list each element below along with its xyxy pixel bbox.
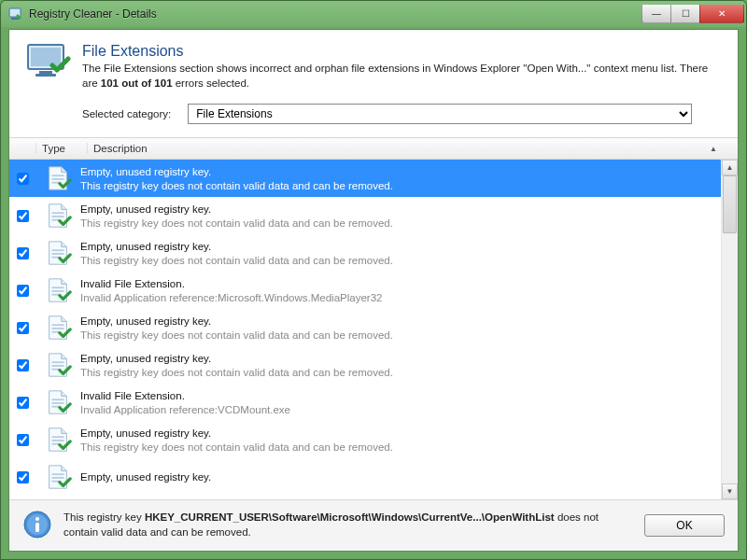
svg-rect-12 [51,249,63,251]
table-row[interactable]: Invalid File Extension. Invalid Applicat… [9,272,721,309]
row-checkbox[interactable] [17,285,29,297]
scroll-down-button[interactable]: ▼ [722,483,738,499]
row-checkbox[interactable] [17,359,29,371]
section-description: The File Extensions section shows incorr… [82,62,721,91]
svg-rect-22 [51,365,63,367]
file-check-icon [35,276,80,304]
file-check-icon [35,426,80,454]
list-header: Type Description ▲ [9,137,738,160]
svg-rect-27 [51,436,63,438]
close-button[interactable]: ✕ [699,5,744,23]
svg-rect-21 [51,361,63,363]
client-area: File Extensions The File Extensions sect… [8,29,739,552]
svg-rect-5 [35,74,56,77]
column-description[interactable]: Description [87,143,710,154]
svg-rect-30 [51,473,63,475]
file-check-icon [35,202,80,230]
svg-rect-9 [51,212,63,214]
titlebar[interactable]: Registry Cleaner - Details — ☐ ✕ [1,1,746,27]
category-label: Selected category: [82,108,171,119]
row-checkbox[interactable] [17,471,29,483]
vertical-scrollbar[interactable]: ▲ ▼ [721,160,738,499]
svg-rect-16 [51,290,63,292]
file-check-icon [35,388,80,416]
svg-rect-6 [51,175,63,176]
svg-rect-1 [11,18,19,20]
row-checkbox[interactable] [17,210,29,222]
scroll-track[interactable] [722,175,738,483]
svg-rect-3 [31,48,61,66]
header-section: File Extensions The File Extensions sect… [9,30,738,137]
row-subtitle: This registry key does not contain valid… [80,254,721,269]
table-row[interactable]: Empty, unused registry key. [9,458,721,496]
table-row[interactable]: Empty, unused registry key. This registr… [9,234,721,272]
window-frame: Registry Cleaner - Details — ☐ ✕ [0,0,747,560]
svg-rect-36 [35,523,39,532]
info-icon [22,510,52,542]
row-subtitle: This registry key does not contain valid… [80,179,721,194]
row-subtitle: This registry key does not contain valid… [80,217,721,231]
svg-rect-7 [51,178,63,180]
table-row[interactable]: Empty, unused registry key. This registr… [9,346,721,384]
table-row[interactable]: Empty, unused registry key. This registr… [9,309,721,346]
app-icon [8,7,23,21]
section-heading: File Extensions [82,43,721,60]
svg-rect-31 [51,477,63,479]
row-checkbox[interactable] [17,434,29,446]
row-title: Empty, unused registry key. [80,315,721,329]
monitor-check-icon [26,43,71,80]
row-subtitle: Invalid Application reference:Microsoft.… [80,291,721,306]
row-subtitle: This registry key does not contain valid… [80,329,721,343]
category-select[interactable]: File Extensions [188,104,692,124]
svg-rect-10 [51,216,63,217]
table-row[interactable]: Empty, unused registry key. This registr… [9,421,721,458]
caption-buttons: — ☐ ✕ [642,5,744,23]
row-checkbox[interactable] [17,322,29,334]
row-subtitle: This registry key does not contain valid… [80,366,721,381]
maximize-button[interactable]: ☐ [670,5,700,23]
file-check-icon [35,164,80,192]
file-check-icon [35,239,80,267]
row-title: Invalid File Extension. [80,389,721,404]
row-checkbox[interactable] [17,247,29,259]
file-check-icon [35,463,80,491]
footer-bar: This registry key HKEY_CURRENT_USER\Soft… [9,499,738,551]
svg-rect-28 [51,440,63,441]
row-title: Empty, unused registry key. [80,470,721,485]
table-row[interactable]: Invalid File Extension. Invalid Applicat… [9,384,721,421]
row-title: Empty, unused registry key. [80,427,721,441]
svg-rect-18 [51,324,63,326]
svg-point-35 [35,517,39,521]
row-subtitle: This registry key does not contain valid… [80,441,721,455]
row-subtitle: Invalid Application reference:VCDMount.e… [80,403,721,418]
sort-indicator-icon: ▲ [710,145,717,153]
column-type[interactable]: Type [35,143,87,154]
window-title: Registry Cleaner - Details [29,7,642,21]
row-title: Empty, unused registry key. [80,240,721,255]
results-list[interactable]: Empty, unused registry key. This registr… [9,160,721,499]
minimize-button[interactable]: — [641,5,671,23]
ok-button[interactable]: OK [644,514,725,537]
row-title: Invalid File Extension. [80,277,721,292]
scroll-thumb[interactable] [723,175,737,233]
file-check-icon [35,351,80,379]
file-check-icon [35,314,80,342]
row-checkbox[interactable] [17,173,29,185]
svg-rect-24 [51,399,63,400]
row-checkbox[interactable] [17,397,29,409]
svg-rect-15 [51,287,63,288]
row-title: Empty, unused registry key. [80,165,721,180]
scroll-up-button[interactable]: ▲ [722,160,738,175]
svg-rect-25 [51,402,63,404]
table-row[interactable]: Empty, unused registry key. This registr… [9,197,721,234]
svg-rect-13 [51,253,63,255]
row-title: Empty, unused registry key. [80,352,721,367]
svg-rect-4 [39,71,52,74]
row-title: Empty, unused registry key. [80,203,721,217]
svg-rect-19 [51,328,63,329]
footer-message: This registry key HKEY_CURRENT_USER\Soft… [63,511,633,539]
table-row[interactable]: Empty, unused registry key. This registr… [9,160,721,197]
